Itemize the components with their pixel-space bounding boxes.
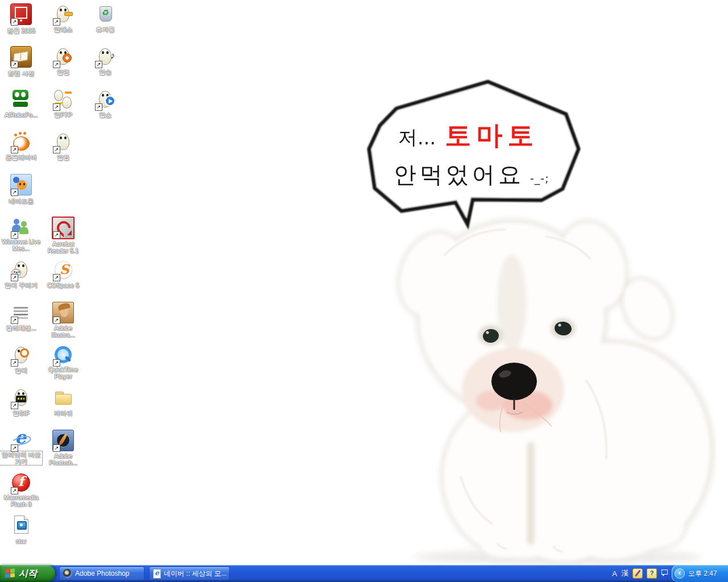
shortcut-arrow-icon: [11, 317, 18, 324]
desktop-icon-alpass[interactable]: 알패스: [42, 3, 84, 34]
puppy-photo: [375, 209, 717, 566]
bubble-line-2: 안먹었어요-_-;: [394, 159, 549, 190]
desktop-icon-label: 알맵: [56, 69, 71, 76]
desktop[interactable]: 저...토마토 안먹었어요-_-; 한글 2005 알패스 휴지통: [0, 0, 728, 565]
ime-hanja-indicator[interactable]: 漢: [621, 568, 628, 579]
shortcut-arrow-icon: [53, 444, 60, 452]
desktop-icon-alftp[interactable]: 알FTP: [42, 89, 84, 119]
desktop-icon-label: 곰플레이어: [5, 154, 38, 161]
desktop-icon-hancom-dictionary[interactable]: 한컴 사전: [0, 46, 42, 78]
desktop-icon-label: 알GIF: [11, 410, 30, 417]
desktop-icon-gomplayer[interactable]: 곰플레이어: [0, 131, 42, 162]
desktop-icon-alsee-deco[interactable]: 알씨 꾸미기: [0, 259, 42, 290]
desktop-icon-label: 휴지통: [95, 26, 116, 33]
desktop-icon-adobe-illustrator[interactable]: Adobe Illustra...: [42, 302, 84, 339]
shortcut-arrow-icon: [11, 359, 18, 367]
desktop-icon-label: Adobe Photosh...: [42, 452, 84, 466]
desktop-icon-label: 캘리체샘...: [5, 325, 37, 331]
taskbar-task-naver-internet-explorer[interactable]: 네이버 :: 세상의 모...: [149, 567, 230, 580]
desktop-icon-label: Adobe Illustra...: [42, 325, 84, 338]
desktop-icon-alshow[interactable]: 알쇼: [84, 89, 126, 119]
desktop-icon-label: 까마귀: [53, 410, 74, 417]
desktop-icon-label: 알쇼: [98, 111, 113, 118]
desktop-icon-label: 알패스: [53, 26, 74, 33]
desktop-icon-label: 한글 2005: [6, 27, 36, 34]
task-app-icon: [63, 569, 72, 578]
shortcut-arrow-icon: [11, 444, 18, 452]
desktop-icon-alsee[interactable]: 알씨: [0, 344, 42, 375]
shortcut-arrow-icon: [53, 146, 60, 153]
ime-help-icon[interactable]: [647, 568, 657, 579]
desktop-icon-star-file[interactable]: star: [0, 515, 42, 546]
taskbar-clock[interactable]: 오후 2:47: [688, 569, 717, 579]
desktop-icon-label: Acrobat Reader 5.1: [42, 240, 84, 254]
hide-inactive-icons-chevron-button[interactable]: [675, 568, 685, 579]
start-button[interactable]: 시작: [0, 565, 55, 582]
desktop-icon-label: AlRoboFo...: [3, 111, 39, 118]
desktop-icon-alsong[interactable]: 알송: [84, 46, 126, 77]
shortcut-arrow-icon: [11, 146, 18, 153]
shortcut-arrow-icon: [11, 61, 18, 68]
desktop-icon-acrobat-reader-51[interactable]: Acrobat Reader 5.1: [42, 217, 84, 255]
windows-logo-icon: [5, 568, 15, 579]
bubble-emoticon: -_-;: [530, 172, 549, 185]
desktop-icon-label: Windows Live Mes...: [0, 238, 42, 252]
shortcut-arrow-icon: [11, 274, 18, 281]
shortcut-arrow-icon: [53, 274, 60, 281]
desktop-icon-almap[interactable]: 알맵: [42, 46, 84, 77]
desktop-icon-image: [53, 387, 73, 408]
desktop-icon-image: [11, 89, 31, 109]
desktop-icon-label: 알FTP: [53, 111, 73, 118]
desktop-icon-windows-live-messenger[interactable]: Windows Live Mes...: [0, 217, 42, 253]
desktop-icon-airoboform[interactable]: AlRoboFo...: [0, 89, 42, 119]
desktop-icon-label: star: [15, 538, 27, 544]
shortcut-arrow-icon: [53, 18, 60, 26]
desktop-icon-cdspace-5[interactable]: CDSpace 5: [42, 259, 84, 290]
desktop-icon-label: CDSpace 5: [46, 282, 80, 289]
taskbar: 시작 Adobe Photoshop 네이버 :: 세상의 모... A 漢 오…: [0, 565, 728, 582]
desktop-icon-internet-shortcut[interactable]: 인터넷의 바로 가기: [0, 430, 42, 466]
shortcut-arrow-icon: [11, 487, 18, 494]
desktop-icon-recycle-bin[interactable]: 휴지통: [84, 3, 126, 34]
shortcut-arrow-icon: [53, 359, 60, 367]
taskbar-task-adobe-photoshop[interactable]: Adobe Photoshop: [59, 567, 144, 580]
desktop-icon-label: 네이트온: [7, 198, 35, 205]
desktop-icon-label: 한컴 사전: [6, 70, 35, 77]
desktop-icon-macromedia-flash-8[interactable]: Macromedia Flash 8: [0, 472, 42, 509]
desktop-icon-label: 알송: [98, 69, 113, 76]
desktop-icon-image: [11, 515, 31, 535]
task-label: Adobe Photoshop: [75, 569, 129, 577]
shortcut-arrow-icon: [95, 103, 102, 111]
shortcut-arrow-icon: [95, 61, 102, 68]
shortcut-arrow-icon: [11, 18, 18, 26]
desktop-icon-hangul-2005[interactable]: 한글 2005: [0, 3, 42, 35]
shortcut-arrow-icon: [11, 189, 18, 196]
desktop-icon-quicktime-player[interactable]: QuickTime Player: [42, 344, 84, 381]
start-button-label: 시작: [19, 568, 37, 580]
ime-english-mode-indicator[interactable]: A: [612, 569, 617, 578]
bubble-tomato-word: 토마토: [445, 120, 539, 151]
desktop-icon-nateon[interactable]: 네이트온: [0, 174, 42, 206]
language-bar: A 漢: [612, 568, 668, 579]
desktop-icon-kkamagwi-folder[interactable]: 까마귀: [42, 387, 84, 418]
task-label: 네이버 :: 세상의 모...: [164, 569, 227, 579]
desktop-icon-adobe-photoshop[interactable]: Adobe Photosh...: [42, 430, 84, 467]
task-app-icon: [153, 569, 161, 579]
shortcut-arrow-icon: [53, 231, 60, 239]
speech-bubble: 저...토마토 안먹었어요-_-;: [364, 78, 592, 232]
language-bar-options-icon[interactable]: [661, 569, 668, 578]
shortcut-arrow-icon: [53, 61, 60, 68]
shortcut-arrow-icon: [53, 317, 60, 324]
ime-pad-icon[interactable]: [632, 568, 643, 579]
shortcut-arrow-icon: [11, 402, 18, 409]
bubble-line-1: 저...토마토: [398, 118, 539, 153]
desktop-icon-label: 알집: [56, 154, 71, 161]
desktop-icon-calligraphy-font-sample[interactable]: 캘리체샘...: [0, 302, 42, 332]
desktop-icon-label: 알씨: [14, 367, 28, 374]
desktop-icon-label: QuickTime Player: [42, 366, 84, 380]
desktop-icon-algif[interactable]: 알GIF: [0, 387, 42, 418]
desktop-icon-label: Macromedia Flash 8: [0, 494, 42, 508]
desktop-icon-label: 인터넷의 바로 가기: [0, 451, 42, 465]
desktop-icon-alzip[interactable]: 알집: [42, 131, 84, 162]
notification-area: 오후 2:47: [672, 565, 728, 582]
